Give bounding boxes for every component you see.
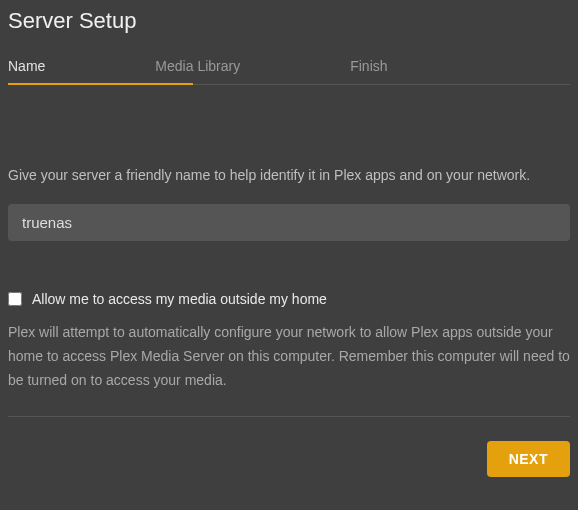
allow-outside-label[interactable]: Allow me to access my media outside my h… (32, 291, 327, 307)
setup-tabs: Name Media Library Finish (8, 58, 570, 85)
server-name-input[interactable] (8, 204, 570, 241)
page-title: Server Setup (8, 8, 570, 34)
section-divider (8, 416, 570, 417)
tab-media-library[interactable]: Media Library (155, 58, 240, 84)
allow-outside-checkbox[interactable] (8, 292, 22, 306)
tab-name[interactable]: Name (8, 58, 45, 84)
button-row: NEXT (8, 441, 570, 477)
tab-finish[interactable]: Finish (350, 58, 387, 84)
allow-outside-help: Plex will attempt to automatically confi… (8, 321, 570, 392)
allow-outside-row: Allow me to access my media outside my h… (8, 291, 570, 307)
next-button[interactable]: NEXT (487, 441, 570, 477)
server-name-description: Give your server a friendly name to help… (8, 165, 570, 186)
